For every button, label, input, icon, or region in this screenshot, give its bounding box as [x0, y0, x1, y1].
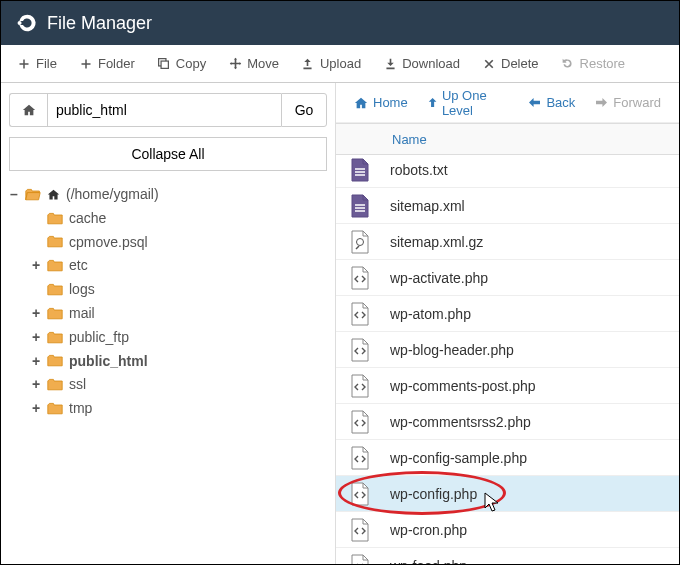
file-name: wp-atom.php	[390, 306, 471, 322]
sidebar: Go Collapse All – (/home/ygmail) cachecp…	[1, 83, 336, 565]
file-row[interactable]: wp-feed.php	[336, 548, 679, 565]
file-row[interactable]: wp-activate.php	[336, 260, 679, 296]
tree-item-label: public_ftp	[69, 326, 129, 350]
plus-icon	[17, 57, 31, 71]
file-row[interactable]: robots.txt	[336, 155, 679, 188]
path-bar: Go	[9, 93, 327, 127]
tree-item-label: mail	[69, 302, 95, 326]
path-home-button[interactable]	[9, 93, 47, 127]
svg-rect-2	[161, 61, 168, 68]
column-name[interactable]: Name	[392, 132, 427, 147]
tree-root-label: (/home/ygmail)	[66, 183, 159, 207]
file-row[interactable]: wp-atom.php	[336, 296, 679, 332]
file-name: wp-cron.php	[390, 522, 467, 538]
app-header: File Manager	[1, 1, 679, 45]
file-name: wp-config.php	[390, 486, 477, 502]
upload-button[interactable]: Upload	[291, 50, 371, 77]
tree-item-label: logs	[69, 278, 95, 302]
expand-toggle-icon[interactable]: +	[31, 397, 41, 421]
folder-icon	[47, 259, 63, 273]
folder-icon	[47, 402, 63, 416]
tree-item[interactable]: +ssl	[31, 373, 327, 397]
app-title: File Manager	[47, 13, 152, 34]
tree-root[interactable]: – (/home/ygmail)	[9, 183, 327, 207]
copy-button[interactable]: Copy	[147, 50, 216, 77]
restore-icon	[561, 57, 575, 71]
home-icon	[47, 188, 60, 201]
cpanel-logo-icon	[15, 12, 37, 34]
tree-item[interactable]: +mail	[31, 302, 327, 326]
tree-item[interactable]: +public_html	[31, 350, 327, 374]
folder-icon	[47, 212, 63, 226]
tree-item-label: public_html	[69, 350, 148, 374]
copy-icon	[157, 57, 171, 71]
tree-item[interactable]: logs	[31, 278, 327, 302]
file-row[interactable]: wp-blog-header.php	[336, 332, 679, 368]
file-name: wp-blog-header.php	[390, 342, 514, 358]
svg-point-0	[18, 21, 22, 25]
folder-open-icon	[25, 188, 41, 202]
tree-item-label: ssl	[69, 373, 86, 397]
home-icon	[354, 96, 368, 110]
new-folder-button[interactable]: Folder	[69, 50, 145, 77]
file-name: wp-commentsrss2.php	[390, 414, 531, 430]
file-navbar: Home Up One Level Back Forward	[336, 83, 679, 123]
folder-icon	[47, 331, 63, 345]
tree-item[interactable]: +tmp	[31, 397, 327, 421]
collapse-toggle-icon[interactable]: –	[9, 183, 19, 207]
file-row[interactable]: sitemap.xml.gz	[336, 224, 679, 260]
expand-toggle-icon[interactable]: +	[31, 254, 41, 278]
tree-item[interactable]: +public_ftp	[31, 326, 327, 350]
file-name: sitemap.xml	[390, 198, 465, 214]
file-list[interactable]: readme.htmlrobots.txtsitemap.xmlsitemap.…	[336, 155, 679, 565]
upload-icon	[301, 57, 315, 71]
file-name: sitemap.xml.gz	[390, 234, 483, 250]
go-button[interactable]: Go	[281, 93, 327, 127]
folder-icon	[47, 354, 63, 368]
move-button[interactable]: Move	[218, 50, 289, 77]
file-row[interactable]: wp-config.php	[336, 476, 679, 512]
download-icon	[383, 57, 397, 71]
expand-toggle-icon[interactable]: +	[31, 326, 41, 350]
expand-toggle-icon[interactable]: +	[31, 350, 41, 374]
file-name: robots.txt	[390, 162, 448, 178]
home-icon	[22, 103, 36, 117]
plus-icon	[79, 57, 93, 71]
delete-button[interactable]: Delete	[472, 50, 549, 77]
expand-toggle-icon[interactable]: +	[31, 302, 41, 326]
up-arrow-icon	[428, 96, 437, 109]
expand-toggle-icon[interactable]: +	[31, 373, 41, 397]
tree-item-label: etc	[69, 254, 88, 278]
file-row[interactable]: wp-commentsrss2.php	[336, 404, 679, 440]
file-name: wp-comments-post.php	[390, 378, 536, 394]
file-row[interactable]: sitemap.xml	[336, 188, 679, 224]
download-button[interactable]: Download	[373, 50, 470, 77]
file-row[interactable]: wp-config-sample.php	[336, 440, 679, 476]
nav-home[interactable]: Home	[346, 89, 416, 116]
tree-item-label: cache	[69, 207, 106, 231]
folder-icon	[47, 378, 63, 392]
file-name: wp-feed.php	[390, 558, 467, 566]
folder-tree: – (/home/ygmail) cachecpmove.psql+etclog…	[9, 183, 327, 421]
nav-up[interactable]: Up One Level	[420, 83, 517, 124]
new-file-button[interactable]: File	[7, 50, 67, 77]
nav-forward[interactable]: Forward	[587, 89, 669, 116]
collapse-all-button[interactable]: Collapse All	[9, 137, 327, 171]
tree-item[interactable]: cpmove.psql	[31, 231, 327, 255]
restore-button[interactable]: Restore	[551, 50, 636, 77]
file-row[interactable]: wp-comments-post.php	[336, 368, 679, 404]
delete-icon	[482, 57, 496, 71]
nav-back[interactable]: Back	[520, 89, 583, 116]
tree-item-label: cpmove.psql	[69, 231, 148, 255]
tree-item[interactable]: +etc	[31, 254, 327, 278]
file-name: wp-activate.php	[390, 270, 488, 286]
file-name: wp-config-sample.php	[390, 450, 527, 466]
path-input[interactable]	[47, 93, 281, 127]
file-panel: Home Up One Level Back Forward Name read…	[336, 83, 679, 565]
file-row[interactable]: wp-cron.php	[336, 512, 679, 548]
back-arrow-icon	[528, 97, 541, 108]
folder-icon	[47, 283, 63, 297]
file-list-header: Name	[336, 123, 679, 155]
tree-item[interactable]: cache	[31, 207, 327, 231]
main-toolbar: File Folder Copy Move Upload Download De…	[1, 45, 679, 83]
